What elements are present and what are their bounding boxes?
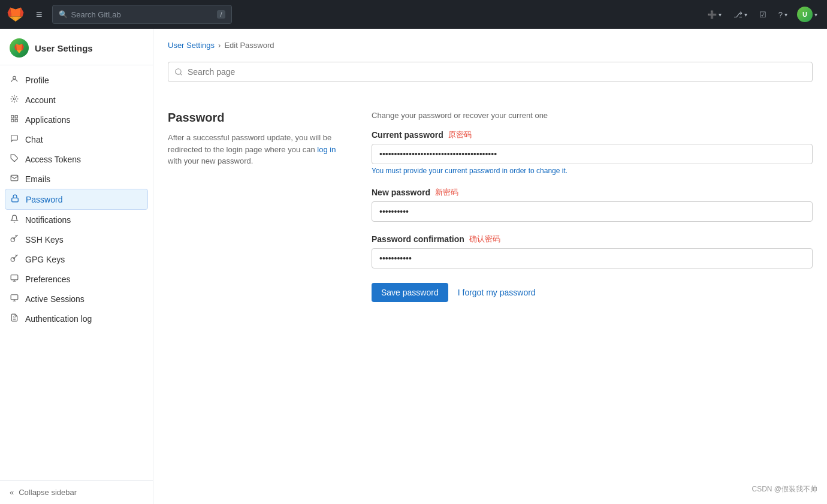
sidebar-item-label: Chat bbox=[25, 135, 43, 144]
sidebar-item-label: SSH Keys bbox=[25, 235, 64, 245]
sidebar-item-active-sessions[interactable]: Active Sessions bbox=[0, 289, 153, 309]
change-password-title: Change your password or recover your cur… bbox=[372, 111, 813, 120]
svg-rect-3 bbox=[15, 116, 17, 118]
nav-right-actions: ➕ ▾ ⎇ ▾ ☑ ? ▾ U ▾ bbox=[702, 4, 820, 25]
sidebar-header: User Settings bbox=[0, 29, 153, 65]
preferences-icon bbox=[10, 274, 19, 284]
active-sessions-icon bbox=[10, 294, 19, 304]
global-search[interactable]: 🔍 Search GitLab / bbox=[52, 5, 232, 24]
create-button[interactable]: ➕ ▾ bbox=[702, 8, 726, 22]
help-button[interactable]: ? ▾ bbox=[774, 8, 792, 22]
auth-log-icon bbox=[10, 313, 19, 324]
access-tokens-icon bbox=[10, 154, 19, 164]
slash-shortcut: / bbox=[217, 10, 225, 19]
current-password-group: Current password 原密码 You must provide yo… bbox=[372, 129, 813, 175]
emails-icon bbox=[10, 174, 19, 184]
gpg-keys-icon bbox=[10, 254, 19, 264]
sidebar-item-label: Notifications bbox=[25, 215, 71, 225]
current-password-annotation: 原密码 bbox=[448, 129, 472, 140]
collapse-label: Collapse sidebar bbox=[19, 488, 77, 497]
breadcrumb: User Settings › Edit Password bbox=[168, 41, 813, 50]
sidebar-item-label: Applications bbox=[25, 115, 71, 125]
sidebar-item-applications[interactable]: Applications bbox=[0, 110, 153, 129]
section-description: Password After a successful password upd… bbox=[168, 111, 348, 302]
svg-rect-12 bbox=[11, 295, 18, 300]
breadcrumb-current: Edit Password bbox=[224, 41, 274, 50]
sidebar-item-auth-log[interactable]: Authentication log bbox=[0, 309, 153, 328]
login-link[interactable]: log in bbox=[317, 145, 336, 154]
confirm-password-input[interactable] bbox=[372, 248, 813, 268]
sidebar-item-label: Authentication log bbox=[25, 314, 92, 324]
top-navigation: ≡ 🔍 Search GitLab / ➕ ▾ ⎇ ▾ ☑ ? ▾ U ▾ bbox=[0, 0, 827, 29]
svg-rect-11 bbox=[11, 275, 18, 280]
sidebar-item-label: Password bbox=[26, 195, 62, 204]
sidebar-item-ssh-keys[interactable]: SSH Keys bbox=[0, 230, 153, 249]
sidebar-footer: « Collapse sidebar bbox=[0, 480, 153, 504]
forgot-password-link[interactable]: I forgot my password bbox=[458, 288, 536, 297]
password-icon bbox=[10, 194, 20, 204]
new-password-annotation: 新密码 bbox=[435, 187, 458, 198]
avatar: U bbox=[797, 7, 813, 22]
sidebar-item-account[interactable]: Account bbox=[0, 90, 153, 110]
content-body: Password After a successful password upd… bbox=[168, 111, 813, 302]
confirm-password-group: Password confirmation 确认密码 bbox=[372, 234, 813, 268]
watermark: CSDN @假装我不帅 bbox=[751, 484, 817, 494]
main-content: User Settings › Edit Password Password A… bbox=[153, 29, 827, 504]
svg-rect-5 bbox=[15, 119, 17, 122]
svg-rect-4 bbox=[11, 119, 14, 122]
section-desc: After a successful password update, you … bbox=[168, 132, 348, 167]
hamburger-icon[interactable]: ≡ bbox=[31, 6, 47, 23]
sidebar-logo bbox=[10, 38, 29, 58]
sidebar-item-label: Access Tokens bbox=[25, 155, 81, 164]
sidebar-item-label: Emails bbox=[25, 174, 50, 184]
search-icon: 🔍 bbox=[59, 10, 68, 19]
merge-requests-button[interactable]: ⎇ ▾ bbox=[729, 8, 752, 22]
chat-icon bbox=[10, 134, 19, 144]
sidebar-item-label: Profile bbox=[25, 76, 49, 85]
account-icon bbox=[10, 95, 19, 105]
sidebar-item-emails[interactable]: Emails bbox=[0, 169, 153, 189]
sidebar-item-notifications[interactable]: Notifications bbox=[0, 210, 153, 230]
ssh-keys-icon bbox=[10, 234, 19, 245]
gitlab-logo[interactable] bbox=[7, 6, 24, 23]
sidebar-item-chat[interactable]: Chat bbox=[0, 129, 153, 149]
notifications-icon bbox=[10, 215, 19, 225]
svg-rect-7 bbox=[11, 175, 18, 180]
breadcrumb-parent-link[interactable]: User Settings bbox=[168, 41, 215, 50]
sidebar-nav: Profile Account Applications bbox=[0, 65, 153, 480]
collapse-icon: « bbox=[10, 488, 14, 497]
search-page-input[interactable] bbox=[168, 62, 813, 82]
todos-button[interactable]: ☑ bbox=[754, 8, 771, 22]
new-password-input[interactable] bbox=[372, 201, 813, 222]
svg-point-0 bbox=[13, 76, 16, 79]
collapse-sidebar-button[interactable]: « Collapse sidebar bbox=[10, 488, 143, 497]
sidebar-item-password[interactable]: Password bbox=[5, 189, 148, 210]
search-placeholder: Search GitLab bbox=[71, 10, 121, 19]
sidebar-item-access-tokens[interactable]: Access Tokens bbox=[0, 149, 153, 169]
form-actions: Save password I forgot my password bbox=[372, 283, 813, 302]
svg-rect-2 bbox=[11, 116, 14, 118]
sidebar-item-label: GPG Keys bbox=[25, 255, 65, 264]
save-password-button[interactable]: Save password bbox=[372, 283, 448, 302]
section-title: Password bbox=[168, 111, 348, 125]
sidebar-title: User Settings bbox=[35, 43, 93, 53]
current-password-input[interactable] bbox=[372, 144, 813, 164]
sidebar: User Settings Profile Account bbox=[0, 29, 153, 504]
sidebar-item-label: Active Sessions bbox=[25, 294, 84, 304]
new-password-label: New password 新密码 bbox=[372, 187, 813, 198]
sidebar-item-label: Preferences bbox=[25, 274, 70, 284]
password-form: Change your password or recover your cur… bbox=[372, 111, 813, 302]
sidebar-item-gpg-keys[interactable]: GPG Keys bbox=[0, 249, 153, 269]
new-password-group: New password 新密码 bbox=[372, 187, 813, 222]
svg-rect-8 bbox=[12, 198, 19, 201]
sidebar-item-preferences[interactable]: Preferences bbox=[0, 269, 153, 289]
user-menu-button[interactable]: U ▾ bbox=[795, 4, 820, 25]
current-password-label: Current password 原密码 bbox=[372, 129, 813, 140]
sidebar-item-profile[interactable]: Profile bbox=[0, 70, 153, 90]
sidebar-item-label: Account bbox=[25, 95, 56, 105]
confirm-password-label: Password confirmation 确认密码 bbox=[372, 234, 813, 245]
profile-icon bbox=[10, 75, 19, 85]
svg-point-1 bbox=[13, 98, 16, 100]
confirm-password-annotation: 确认密码 bbox=[469, 234, 500, 245]
applications-icon bbox=[10, 114, 19, 125]
